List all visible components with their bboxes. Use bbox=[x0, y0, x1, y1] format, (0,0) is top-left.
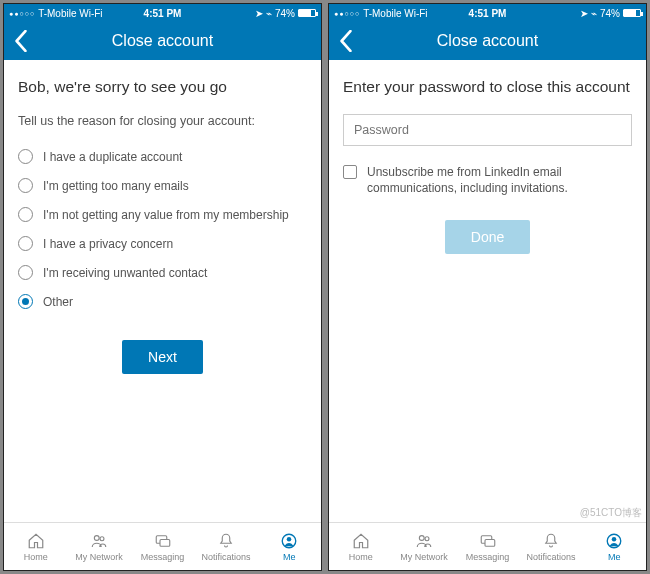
tab-notifications[interactable]: Notifications bbox=[194, 523, 257, 570]
reason-option[interactable]: I'm getting too many emails bbox=[18, 171, 307, 200]
tab-messaging[interactable]: Messaging bbox=[131, 523, 194, 570]
tab-me[interactable]: Me bbox=[258, 523, 321, 570]
bell-icon bbox=[216, 532, 236, 550]
profile-icon bbox=[279, 532, 299, 550]
tab-label: Notifications bbox=[201, 552, 250, 562]
radio-icon bbox=[18, 178, 33, 193]
svg-point-0 bbox=[94, 535, 99, 540]
unsubscribe-row[interactable]: Unsubscribe me from LinkedIn email commu… bbox=[343, 164, 632, 196]
bell-icon bbox=[541, 532, 561, 550]
page-heading: Bob, we're sorry to see you go bbox=[18, 78, 307, 96]
unsubscribe-label: Unsubscribe me from LinkedIn email commu… bbox=[367, 164, 632, 196]
page-heading: Enter your password to close this accoun… bbox=[343, 78, 632, 96]
tab-my-network[interactable]: My Network bbox=[392, 523, 455, 570]
tab-label: My Network bbox=[75, 552, 123, 562]
reason-label: I'm getting too many emails bbox=[43, 179, 189, 193]
location-icon: ➤ bbox=[580, 8, 588, 19]
carrier-label: T-Mobile Wi-Fi bbox=[38, 8, 102, 19]
signal-dots-icon: ●●○○○ bbox=[9, 10, 35, 17]
tab-label: Messaging bbox=[141, 552, 185, 562]
content-password: Enter your password to close this accoun… bbox=[329, 60, 646, 522]
bluetooth-icon: ⌁ bbox=[266, 8, 272, 19]
messaging-icon bbox=[478, 532, 498, 550]
svg-point-11 bbox=[612, 536, 617, 541]
people-icon bbox=[89, 532, 109, 550]
reason-option[interactable]: I'm not getting any value from my member… bbox=[18, 200, 307, 229]
svg-rect-9 bbox=[485, 539, 495, 546]
done-button[interactable]: Done bbox=[445, 220, 530, 254]
profile-icon bbox=[604, 532, 624, 550]
status-bar: ●●○○○ T-Mobile Wi-Fi 4:51 PM ➤ ⌁ 74% bbox=[329, 4, 646, 22]
svg-point-1 bbox=[100, 536, 104, 540]
phone-screen-password: ●●○○○ T-Mobile Wi-Fi 4:51 PM ➤ ⌁ 74% Clo… bbox=[328, 3, 647, 571]
reason-label: I'm receiving unwanted contact bbox=[43, 266, 207, 280]
home-icon bbox=[351, 532, 371, 550]
clock-label: 4:51 PM bbox=[469, 8, 507, 19]
people-icon bbox=[414, 532, 434, 550]
reason-option[interactable]: I'm receiving unwanted contact bbox=[18, 258, 307, 287]
radio-icon bbox=[18, 265, 33, 280]
battery-icon bbox=[623, 9, 641, 17]
reason-label: I'm not getting any value from my member… bbox=[43, 208, 289, 222]
checkbox-icon bbox=[343, 165, 357, 179]
svg-point-7 bbox=[425, 536, 429, 540]
radio-icon bbox=[18, 236, 33, 251]
tab-home[interactable]: Home bbox=[329, 523, 392, 570]
tab-label: Me bbox=[608, 552, 621, 562]
reason-option[interactable]: I have a privacy concern bbox=[18, 229, 307, 258]
reason-prompt: Tell us the reason for closing your acco… bbox=[18, 114, 307, 128]
reason-label: Other bbox=[43, 295, 73, 309]
tab-home[interactable]: Home bbox=[4, 523, 67, 570]
reason-option[interactable]: Other bbox=[18, 287, 307, 316]
home-icon bbox=[26, 532, 46, 550]
tab-label: Home bbox=[349, 552, 373, 562]
battery-icon bbox=[298, 9, 316, 17]
chevron-left-icon bbox=[14, 30, 28, 52]
password-input[interactable] bbox=[343, 114, 632, 146]
bluetooth-icon: ⌁ bbox=[591, 8, 597, 19]
radio-icon bbox=[18, 207, 33, 222]
back-button[interactable] bbox=[335, 30, 357, 52]
tab-me[interactable]: Me bbox=[583, 523, 646, 570]
svg-point-6 bbox=[419, 535, 424, 540]
tab-my-network[interactable]: My Network bbox=[67, 523, 130, 570]
tab-notifications[interactable]: Notifications bbox=[519, 523, 582, 570]
location-icon: ➤ bbox=[255, 8, 263, 19]
radio-icon-selected bbox=[18, 294, 33, 309]
tab-label: Home bbox=[24, 552, 48, 562]
svg-rect-3 bbox=[160, 539, 170, 546]
nav-header: Close account bbox=[329, 22, 646, 60]
nav-title: Close account bbox=[112, 32, 213, 50]
tab-bar: Home My Network Messaging Notifications … bbox=[329, 522, 646, 570]
status-bar: ●●○○○ T-Mobile Wi-Fi 4:51 PM ➤ ⌁ 74% bbox=[4, 4, 321, 22]
tab-messaging[interactable]: Messaging bbox=[456, 523, 519, 570]
next-button[interactable]: Next bbox=[122, 340, 203, 374]
messaging-icon bbox=[153, 532, 173, 550]
phone-screen-reason: ●●○○○ T-Mobile Wi-Fi 4:51 PM ➤ ⌁ 74% Clo… bbox=[3, 3, 322, 571]
reason-label: I have a duplicate account bbox=[43, 150, 182, 164]
battery-pct-label: 74% bbox=[275, 8, 295, 19]
back-button[interactable] bbox=[10, 30, 32, 52]
carrier-label: T-Mobile Wi-Fi bbox=[363, 8, 427, 19]
nav-header: Close account bbox=[4, 22, 321, 60]
battery-pct-label: 74% bbox=[600, 8, 620, 19]
radio-icon bbox=[18, 149, 33, 164]
reason-option[interactable]: I have a duplicate account bbox=[18, 142, 307, 171]
tab-bar: Home My Network Messaging Notifications … bbox=[4, 522, 321, 570]
nav-title: Close account bbox=[437, 32, 538, 50]
tab-label: Notifications bbox=[526, 552, 575, 562]
tab-label: Messaging bbox=[466, 552, 510, 562]
tab-label: My Network bbox=[400, 552, 448, 562]
reason-label: I have a privacy concern bbox=[43, 237, 173, 251]
signal-dots-icon: ●●○○○ bbox=[334, 10, 360, 17]
content-reason: Bob, we're sorry to see you go Tell us t… bbox=[4, 60, 321, 522]
chevron-left-icon bbox=[339, 30, 353, 52]
svg-point-5 bbox=[287, 536, 292, 541]
tab-label: Me bbox=[283, 552, 296, 562]
clock-label: 4:51 PM bbox=[144, 8, 182, 19]
